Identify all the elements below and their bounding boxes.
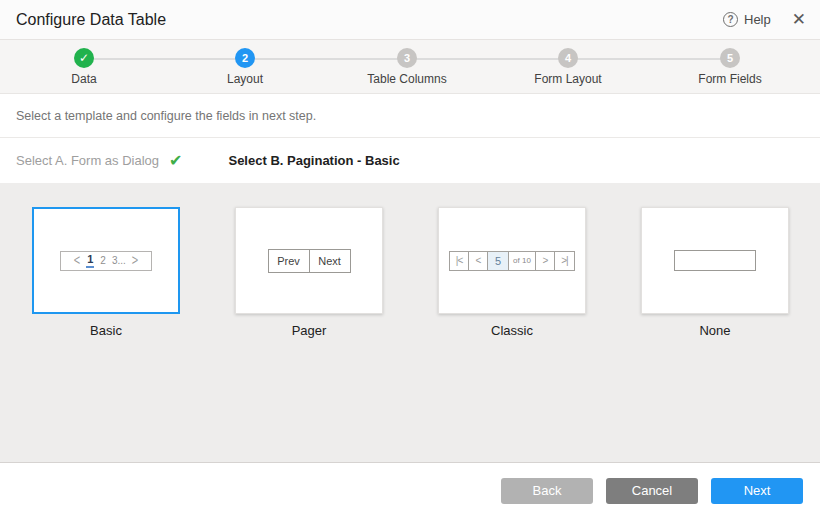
step-data[interactable]: ✓ Data — [24, 48, 144, 86]
step-number-badge: 2 — [235, 48, 255, 68]
first-page-icon: |< — [450, 252, 469, 270]
template-card-classic[interactable]: |< < 5 of 10 > >| — [438, 207, 586, 314]
next-button[interactable]: Next — [711, 478, 803, 504]
current-page-cell: 5 — [488, 252, 509, 270]
select-a-check-icon: ✔ — [169, 151, 182, 170]
back-button[interactable]: Back — [501, 478, 593, 504]
selection-summary-row: Select A. Form as Dialog ✔ Select B. Pag… — [0, 138, 820, 183]
help-button[interactable]: ? Help — [723, 12, 771, 27]
dialog-title: Configure Data Table — [16, 11, 166, 29]
step-number-badge: 5 — [720, 48, 740, 68]
pager-pagination-preview: Prev Next — [268, 249, 351, 273]
header-actions: ? Help ✕ — [723, 11, 806, 28]
step-label: Form Layout — [508, 72, 628, 86]
step-layout[interactable]: 2 Layout — [185, 48, 305, 86]
step-form-fields[interactable]: 5 Form Fields — [670, 48, 790, 86]
step-table-columns[interactable]: 3 Table Columns — [347, 48, 467, 86]
select-a-label: Select A. Form as Dialog — [16, 153, 159, 168]
template-card-none[interactable] — [641, 207, 789, 314]
template-gallery: < 1 2 3... > Basic Prev Next Pager — [0, 183, 820, 462]
prev-chevron-icon: < — [74, 254, 80, 268]
basic-pagination-preview: < 1 2 3... > — [60, 251, 152, 271]
next-button-preview: Next — [309, 249, 351, 273]
dialog-footer: Back Cancel Next — [0, 462, 820, 518]
page-count-cell: of 10 — [509, 252, 536, 270]
template-label: None — [641, 323, 789, 338]
dialog-header: Configure Data Table ? Help ✕ — [0, 0, 820, 40]
help-icon: ? — [723, 12, 738, 27]
page-number: 2 — [100, 255, 106, 266]
step-label: Data — [24, 72, 144, 86]
configure-data-table-dialog: Configure Data Table ? Help ✕ ✓ Data 2 L… — [0, 0, 820, 518]
template-option-pager: Prev Next Pager — [235, 207, 383, 338]
template-label: Classic — [438, 323, 586, 338]
template-option-none: None — [641, 207, 789, 338]
hint-text: Select a template and configure the fiel… — [16, 109, 316, 123]
help-label: Help — [744, 12, 771, 27]
prev-page-icon: < — [469, 252, 488, 270]
close-icon[interactable]: ✕ — [792, 11, 806, 28]
template-label: Pager — [235, 323, 383, 338]
wizard-stepper: ✓ Data 2 Layout 3 Table Columns 4 Form L… — [0, 40, 820, 94]
template-card-basic[interactable]: < 1 2 3... > — [32, 207, 180, 314]
prev-button-preview: Prev — [268, 249, 310, 273]
cancel-button[interactable]: Cancel — [606, 478, 698, 504]
next-page-icon: > — [536, 252, 555, 270]
step-complete-check-icon: ✓ — [74, 48, 94, 68]
step-number-badge: 3 — [397, 48, 417, 68]
hint-row: Select a template and configure the fiel… — [0, 94, 820, 138]
template-label: Basic — [32, 323, 180, 338]
template-option-classic: |< < 5 of 10 > >| Classic — [438, 207, 586, 338]
step-label: Layout — [185, 72, 305, 86]
template-card-pager[interactable]: Prev Next — [235, 207, 383, 314]
template-option-basic: < 1 2 3... > Basic — [32, 207, 180, 338]
classic-pagination-preview: |< < 5 of 10 > >| — [449, 251, 575, 271]
step-form-layout[interactable]: 4 Form Layout — [508, 48, 628, 86]
next-chevron-icon: > — [132, 254, 138, 268]
current-page-number: 1 — [86, 253, 94, 268]
step-number-badge: 4 — [558, 48, 578, 68]
page-number-ellipsis: 3... — [112, 255, 126, 266]
empty-pagination-preview — [674, 250, 756, 271]
step-label: Form Fields — [670, 72, 790, 86]
step-label: Table Columns — [347, 72, 467, 86]
select-b-label: Select B. Pagination - Basic — [228, 153, 399, 168]
last-page-icon: >| — [555, 252, 574, 270]
